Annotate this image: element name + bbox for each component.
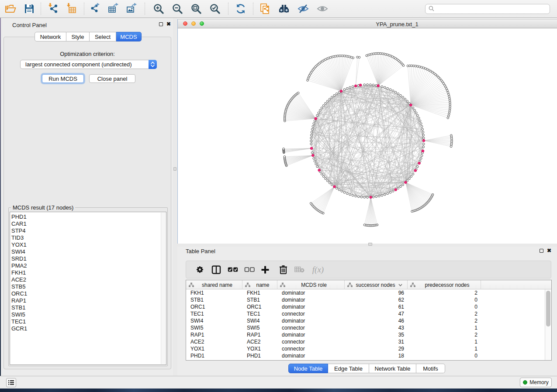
table-row[interactable]: FKH1FKH1dominator962 bbox=[186, 289, 545, 296]
mcds-result-item[interactable]: RAP1 bbox=[10, 297, 166, 304]
window-minimize-icon[interactable] bbox=[191, 21, 196, 26]
list-scrollbar-track[interactable] bbox=[161, 213, 166, 364]
mcds-result-item[interactable]: FKH1 bbox=[10, 269, 166, 276]
zoom-selected-icon[interactable] bbox=[209, 3, 221, 15]
search-binoculars-icon[interactable] bbox=[278, 3, 290, 15]
mcds-result-item[interactable]: STP4 bbox=[10, 227, 166, 234]
import-network-from-file-icon[interactable] bbox=[48, 3, 60, 15]
optimization-criterion-label: Optimization criterion: bbox=[4, 51, 171, 57]
memory-status-dot bbox=[523, 380, 527, 385]
window-maximize-icon[interactable] bbox=[200, 21, 204, 26]
network-canvas[interactable] bbox=[178, 28, 557, 244]
float-panel-icon[interactable] bbox=[159, 22, 163, 26]
mcds-result-item[interactable]: PHD1 bbox=[10, 213, 166, 220]
run-mcds-button[interactable]: Run MCDS bbox=[42, 74, 84, 83]
task-history-button[interactable] bbox=[6, 378, 16, 387]
mcds-result-item[interactable]: ACE2 bbox=[10, 276, 166, 283]
cell-successor-nodes: 47 bbox=[345, 310, 408, 317]
scrollbar-thumb[interactable] bbox=[546, 291, 550, 327]
close-panel-icon[interactable]: ✖ bbox=[166, 22, 171, 26]
cell-MCDS-role: dominator bbox=[277, 331, 345, 338]
mcds-result-item[interactable]: GCR1 bbox=[10, 325, 166, 332]
cell-shared-name: PHD1 bbox=[186, 352, 242, 359]
column-header-MCDS-role[interactable]: MCDS role bbox=[277, 280, 345, 289]
copy-network-icon[interactable] bbox=[259, 3, 271, 15]
close-panel-button[interactable]: Close panel bbox=[89, 74, 135, 83]
table-row[interactable]: SWI5SWI5connector431 bbox=[186, 324, 545, 331]
column-header-name[interactable]: name bbox=[242, 280, 277, 289]
mcds-result-item[interactable]: SWI4 bbox=[10, 248, 166, 255]
zoom-in-icon[interactable] bbox=[152, 3, 165, 15]
mcds-tab-content: Optimization criterion: largest connecte… bbox=[3, 37, 171, 369]
horizontal-split-divider[interactable] bbox=[177, 244, 557, 247]
mcds-result-list[interactable]: PHD1CAR1STP4TID3YOX1SWI4SRD1PMA2FKH1ACE2… bbox=[10, 212, 166, 365]
cell-successor-nodes: 18 bbox=[345, 352, 408, 359]
mcds-result-item[interactable]: TID3 bbox=[10, 234, 166, 241]
table-row[interactable]: PHD1PHD1dominator180 bbox=[186, 352, 545, 359]
mcds-result-item[interactable]: TEC1 bbox=[10, 318, 166, 325]
table-row[interactable]: ACE2ACE2connector311 bbox=[186, 338, 545, 345]
column-header-successor-nodes[interactable]: successor nodes bbox=[345, 280, 408, 289]
mcds-result-item[interactable]: SRD1 bbox=[10, 255, 166, 262]
search-icon bbox=[429, 5, 434, 13]
zoom-fit-icon[interactable] bbox=[190, 3, 202, 15]
save-session-icon[interactable] bbox=[23, 3, 35, 15]
mcds-result-item[interactable]: PMA2 bbox=[10, 262, 166, 269]
mcds-result-item[interactable]: YOX1 bbox=[10, 241, 166, 248]
mcds-result-item[interactable]: STB1 bbox=[10, 304, 166, 311]
deselect-all-rows-icon[interactable] bbox=[243, 261, 256, 278]
tab-node-table[interactable]: Node Table bbox=[288, 364, 328, 373]
table-row[interactable]: RAP1RAP1dominator352 bbox=[186, 331, 545, 338]
mcds-result-item[interactable]: ORC1 bbox=[10, 290, 166, 297]
float-panel-icon[interactable] bbox=[540, 249, 543, 253]
refresh-view-icon[interactable] bbox=[235, 3, 247, 15]
tab-style[interactable]: Style bbox=[66, 32, 90, 41]
optimization-criterion-dropdown[interactable]: largest connected component (undirected) bbox=[20, 60, 157, 69]
export-table-icon[interactable] bbox=[107, 3, 120, 15]
tab-network-table[interactable]: Network Table bbox=[369, 364, 416, 373]
table-row[interactable]: YOX1YOX1connector291 bbox=[186, 345, 545, 352]
search-input[interactable] bbox=[436, 6, 550, 12]
vertical-split-divider[interactable] bbox=[173, 18, 177, 376]
table-settings-gear-icon[interactable] bbox=[193, 261, 206, 278]
show-all-icon[interactable] bbox=[316, 3, 329, 15]
network-window-titlebar[interactable]: YPA_prune.txt_1 bbox=[178, 19, 557, 28]
open-session-icon[interactable] bbox=[4, 3, 17, 15]
column-header-predecessor-nodes[interactable]: predecessor nodes bbox=[408, 280, 481, 289]
tab-motifs[interactable]: Motifs bbox=[416, 364, 445, 373]
node-table: shared namenameMCDS rolesuccessor nodesp… bbox=[186, 280, 552, 361]
add-column-icon[interactable] bbox=[259, 261, 272, 278]
search-box[interactable] bbox=[425, 4, 550, 14]
tab-edge-table[interactable]: Edge Table bbox=[328, 364, 369, 373]
export-image-icon[interactable] bbox=[126, 3, 138, 15]
import-table-from-file-icon[interactable] bbox=[66, 3, 78, 15]
table-row[interactable]: TEC1TEC1connector472 bbox=[186, 310, 545, 317]
column-header-shared-name[interactable]: shared name bbox=[186, 280, 242, 289]
tab-select[interactable]: Select bbox=[90, 32, 116, 41]
window-close-icon[interactable] bbox=[183, 21, 187, 26]
tab-network[interactable]: Network bbox=[35, 32, 66, 41]
mcds-result-item[interactable]: SWI5 bbox=[10, 311, 166, 318]
memory-button[interactable]: Memory bbox=[520, 378, 552, 387]
zoom-out-icon[interactable] bbox=[171, 3, 183, 15]
table-row[interactable]: ORC1ORC1dominator610 bbox=[186, 303, 545, 310]
mcds-result-item[interactable]: STB5 bbox=[10, 283, 166, 290]
mcds-result-item[interactable]: CAR1 bbox=[10, 220, 166, 227]
delete-table-icon bbox=[293, 261, 306, 278]
cell-shared-name: RAP1 bbox=[186, 331, 242, 338]
close-panel-icon[interactable]: ✖ bbox=[547, 249, 551, 253]
table-row[interactable]: STB1STB1dominator620 bbox=[186, 296, 545, 303]
split-grip-horizontal[interactable] bbox=[368, 243, 372, 246]
cell-shared-name: TEC1 bbox=[186, 310, 242, 317]
split-grip[interactable] bbox=[173, 167, 176, 171]
select-all-rows-icon[interactable] bbox=[226, 261, 239, 278]
cell-MCDS-role: dominator bbox=[277, 352, 345, 359]
show-columns-icon[interactable] bbox=[210, 261, 223, 278]
hide-selected-icon[interactable] bbox=[297, 3, 309, 15]
tab-mcds[interactable]: MCDS bbox=[116, 32, 142, 41]
table-scrollbar[interactable] bbox=[545, 289, 551, 360]
main-toolbar bbox=[0, 0, 557, 18]
delete-column-icon[interactable] bbox=[277, 261, 290, 278]
table-row[interactable]: SWI4SWI4dominator462 bbox=[186, 317, 545, 324]
export-network-icon[interactable] bbox=[89, 3, 101, 15]
